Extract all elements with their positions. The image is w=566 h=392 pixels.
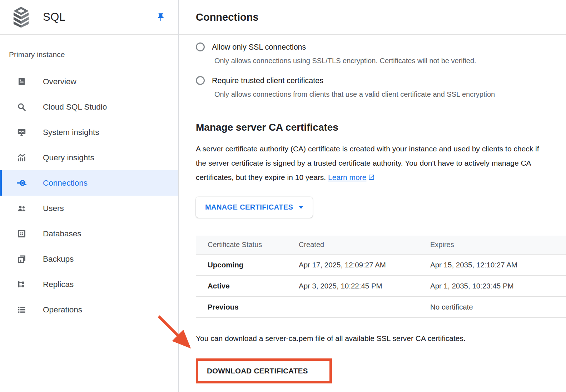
sidebar-nav: Overview Cloud SQL Studio System insight… (0, 69, 178, 322)
sidebar-item-connections[interactable]: Connections (0, 170, 178, 196)
sidebar-item-label: Connections (43, 179, 88, 188)
operations-icon (17, 305, 26, 315)
annotation-highlight-box: DOWNLOAD CERTIFICATES (196, 358, 332, 383)
sidebar-item-label: Query insights (43, 153, 94, 162)
main-content: Allow only SSL connections Only allows c… (179, 35, 566, 383)
column-header-status: Certificate Status (196, 236, 299, 254)
cell-created: Apr 3, 2025, 10:22:45 PM (299, 275, 430, 296)
sidebar-item-users[interactable]: Users (0, 196, 178, 221)
databases-icon (17, 229, 26, 238)
cell-status: Previous (196, 296, 299, 317)
learn-more-label: Learn more (328, 173, 366, 181)
sidebar-item-system-insights[interactable]: System insights (0, 120, 178, 145)
users-icon (17, 203, 26, 213)
table-row: Previous No certificate (196, 296, 566, 317)
sidebar-header: SQL (0, 0, 178, 35)
replicas-icon (17, 280, 26, 289)
sidebar-item-databases[interactable]: Databases (0, 221, 178, 246)
section-body-text: A server certificate authority (CA) cert… (196, 142, 550, 185)
cloud-sql-logo-icon (11, 6, 31, 28)
cell-created: Apr 17, 2025, 12:09:27 AM (299, 254, 430, 275)
sidebar-item-cloud-sql-studio[interactable]: Cloud SQL Studio (0, 94, 178, 120)
download-certificates-button[interactable]: DOWNLOAD CERTIFICATES (198, 361, 329, 381)
column-header-created: Created (299, 236, 430, 254)
learn-more-link[interactable]: Learn more (328, 173, 375, 181)
table-row: Upcoming Apr 17, 2025, 12:09:27 AM Apr 1… (196, 254, 566, 275)
sidebar-item-label: Operations (43, 305, 82, 315)
radio-option-label: Require trusted client certificates (212, 75, 323, 86)
radio-option-label: Allow only SSL connections (212, 42, 306, 52)
sidebar-section-label: Primary instance (9, 50, 65, 59)
chevron-down-icon (299, 206, 303, 209)
sidebar-item-overview[interactable]: Overview (0, 69, 178, 94)
product-title: SQL (43, 11, 66, 24)
cell-status: Upcoming (196, 254, 299, 275)
main-header: Connections (179, 0, 566, 35)
cell-created (299, 296, 430, 317)
certificates-table: Certificate Status Created Expires Upcom… (196, 236, 566, 318)
column-header-expires: Expires (430, 236, 566, 254)
ssl-options-group: Allow only SSL connections Only allows c… (196, 35, 566, 99)
main-panel: Connections Allow only SSL connections O… (179, 0, 566, 392)
sidebar-item-replicas[interactable]: Replicas (0, 272, 178, 297)
download-note: You can download a server-ca.pem file of… (196, 334, 566, 343)
radio-button-icon (196, 42, 205, 51)
cell-expires: Apr 1, 2035, 10:23:45 PM (430, 275, 566, 296)
cell-expires: Apr 15, 2035, 12:10:27 AM (430, 254, 566, 275)
sidebar-item-operations[interactable]: Operations (0, 297, 178, 322)
page-title: Connections (179, 11, 259, 23)
radio-option-description: Only allows connections from clients tha… (214, 90, 566, 99)
sidebar-item-backups[interactable]: Backups (0, 246, 178, 272)
overview-icon (17, 77, 26, 86)
sidebar-item-query-insights[interactable]: Query insights (0, 145, 178, 170)
table-header-row: Certificate Status Created Expires (196, 236, 566, 254)
sidebar-item-label: Databases (43, 229, 81, 238)
sidebar-item-label: Users (43, 204, 64, 213)
table-row: Active Apr 3, 2025, 10:22:45 PM Apr 1, 2… (196, 275, 566, 296)
sidebar: SQL Primary instance Overview Cloud SQL … (0, 0, 179, 392)
system-insights-icon (17, 127, 26, 137)
sidebar-item-label: Backups (43, 255, 74, 264)
manage-certificates-button[interactable]: MANAGE CERTIFICATES (196, 197, 313, 218)
radio-button-icon (196, 76, 205, 85)
radio-option-require-trusted-certs[interactable]: Require trusted client certificates (196, 75, 566, 86)
radio-option-allow-only-ssl[interactable]: Allow only SSL connections (196, 42, 566, 52)
cell-expires: No certificate (430, 296, 566, 317)
open-in-new-icon (368, 174, 375, 181)
section-heading-manage-ca: Manage server CA certificates (196, 122, 566, 133)
search-icon (17, 102, 26, 112)
sidebar-item-label: Cloud SQL Studio (43, 102, 107, 112)
sidebar-item-label: System insights (43, 128, 99, 137)
sidebar-item-label: Replicas (43, 280, 74, 289)
manage-certificates-label: MANAGE CERTIFICATES (205, 203, 293, 211)
cell-status: Active (196, 275, 299, 296)
query-insights-icon (17, 153, 26, 162)
radio-option-description: Only allows connections using SSL/TLS en… (214, 56, 566, 65)
push-pin-icon[interactable] (156, 12, 165, 22)
sidebar-item-label: Overview (43, 77, 76, 86)
connections-icon (17, 178, 26, 188)
backups-icon (17, 254, 26, 264)
